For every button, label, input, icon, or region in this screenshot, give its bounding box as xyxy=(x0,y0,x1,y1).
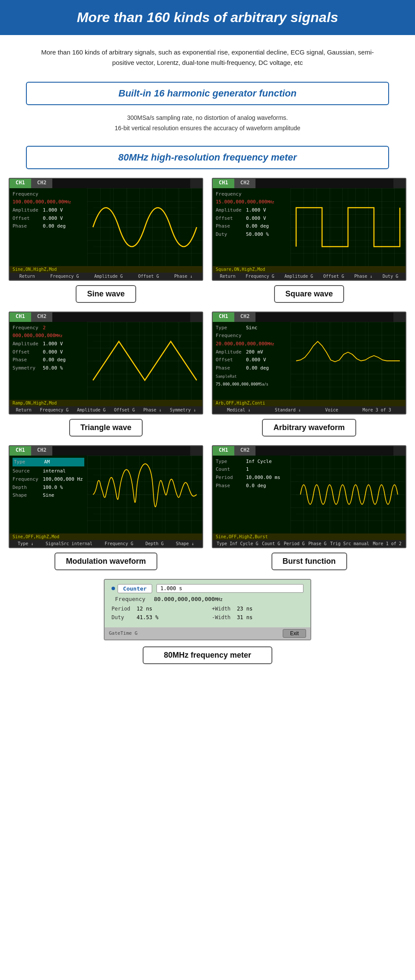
svg-rect-0 xyxy=(93,188,197,266)
burst-scope: CH1 CH2 TypeInf Cycle Count1 Period10,00… xyxy=(212,445,406,548)
sine-ch1-tab[interactable]: CH1 xyxy=(10,179,31,188)
counter-duty-label: Duty xyxy=(112,614,133,620)
burst-info: TypeInf Cycle Count1 Period10,000.00 ms … xyxy=(213,456,290,533)
counter-freq-val: 80.000,000,000,000MHz xyxy=(154,596,223,602)
sine-scope: CH1 CH2 Frequency100.000,000,000,00MHz A… xyxy=(9,178,203,281)
burst-display xyxy=(290,456,405,533)
mod-ch1-tab[interactable]: CH1 xyxy=(10,446,31,456)
counter-period-val: 12 ns xyxy=(137,606,152,612)
arb-menu: Medical ↓Standard ↓VoiceMore 3 of 3 xyxy=(213,406,405,414)
triangle-scope: CH1 CH2 Frequency2 000,000,000,000MHz Am… xyxy=(9,312,203,414)
triangle-menu: ReturnFrequency GAmplitude GOffset GPhas… xyxy=(10,406,202,414)
mod-extra-tab xyxy=(190,446,202,456)
counter-pair-1: Period 12 ns +Width 23 ns xyxy=(112,606,303,612)
arb-info: TypeSinc Frequency20.000,000,000,000MHz … xyxy=(213,322,290,400)
triangle-status: Ramp,ON,HighZ,Mod xyxy=(10,400,202,406)
mod-ch2-tab[interactable]: CH2 xyxy=(31,446,53,456)
arb-wave-label: Arbitrary waveform xyxy=(262,419,356,437)
counter-bottom-label: 80MHz frequency meter xyxy=(143,646,272,664)
sine-extra-tab xyxy=(190,179,202,188)
counter-plus-width-val: 23 ns xyxy=(237,606,252,612)
svg-rect-27 xyxy=(296,322,400,400)
counter-plus-width-label: +Width xyxy=(212,606,233,612)
counter-exit-button[interactable]: Exit xyxy=(283,629,306,638)
burst-wave-item: CH1 CH2 TypeInf Cycle Count1 Period10,00… xyxy=(212,445,406,570)
burst-menu: Type Inf Cycle GCount GPeriod GPhase GTr… xyxy=(213,540,405,547)
counter-footer: GateTime G Exit xyxy=(105,627,310,639)
square-status: Square,ON,HighZ,Mod xyxy=(213,266,405,273)
triangle-wave-label: Triangle wave xyxy=(69,419,143,437)
svg-rect-36 xyxy=(93,456,197,533)
triangle-extra-tab xyxy=(190,312,202,322)
counter-label-box[interactable]: Counter xyxy=(118,584,152,593)
square-info: Frequency15.000,000,000,000MHz Amplitude… xyxy=(213,188,290,266)
header: More than 160 kinds of arbitrary signals xyxy=(0,0,415,35)
feature-box-1: Built-in 16 harmonic generator function xyxy=(26,82,389,105)
sine-ch2-tab[interactable]: CH2 xyxy=(31,179,53,188)
feature-1-subtext: 300MSa/s sampling rate, no distortion of… xyxy=(0,109,415,140)
triangle-wave-item: CH1 CH2 Frequency2 000,000,000,000MHz Am… xyxy=(9,312,203,437)
triangle-ch2-tab[interactable]: CH2 xyxy=(31,312,53,322)
sine-status: Sine,ON,HighZ,Mod xyxy=(10,266,202,273)
square-scope: CH1 CH2 Frequency15.000,000,000,000MHz A… xyxy=(212,178,406,281)
mod-info: TypeAM Sourceinternal Frequency100,000,0… xyxy=(10,456,87,533)
triangle-ch1-tab[interactable]: CH1 xyxy=(10,312,31,322)
arb-ch1-tab[interactable]: CH1 xyxy=(213,312,234,322)
triangle-display xyxy=(87,322,202,400)
triangle-info: Frequency2 000,000,000,000MHz Amplitude1… xyxy=(10,322,87,400)
sine-menu: ReturnFrequency GAmplitude GOffset GPhas… xyxy=(10,273,202,280)
sine-wave-item: CH1 CH2 Frequency100.000,000,000,00MHz A… xyxy=(9,178,203,303)
svg-rect-9 xyxy=(296,188,400,266)
counter-input[interactable]: 1.000 s xyxy=(156,584,303,593)
burst-ch2-tab[interactable]: CH2 xyxy=(234,446,256,456)
sine-info: Frequency100.000,000,000,00MHz Amplitude… xyxy=(10,188,87,266)
mod-wave-label: Modulation waveform xyxy=(54,553,157,570)
sine-wave-label: Sine wave xyxy=(76,285,136,303)
svg-rect-45 xyxy=(296,456,400,533)
modulation-wave-item: CH1 CH2 TypeAM Sourceinternal Frequency1… xyxy=(9,445,203,570)
square-ch1-tab[interactable]: CH1 xyxy=(213,179,234,188)
intro-text: More than 160 kinds of arbitrary signals… xyxy=(0,35,415,76)
counter-period-label: Period xyxy=(112,606,133,612)
feature-1-label: Built-in 16 harmonic generator function xyxy=(118,88,297,99)
sine-display xyxy=(87,188,202,266)
counter-pair-2: Duty 41.53 % -Width 31 ns xyxy=(112,614,303,620)
burst-status: Sine,OFF,HighZ,Burst xyxy=(213,533,405,540)
arb-status: Arb,OFF,HighZ,Conti xyxy=(213,400,405,406)
wave-grid: CH1 CH2 Frequency100.000,000,000,00MHz A… xyxy=(0,174,415,575)
counter-section: Counter 1.000 s Frequency 80.000,000,000… xyxy=(0,575,415,673)
burst-wave-label: Burst function xyxy=(271,553,347,570)
counter-minus-width-label: -Width xyxy=(212,614,233,620)
mod-display xyxy=(87,456,202,533)
square-wave-label: Square wave xyxy=(274,285,344,303)
arb-extra-tab xyxy=(393,312,405,322)
square-menu: ReturnFrequency GAmplitude GOffset GPhas… xyxy=(213,273,405,280)
counter-screen: Counter 1.000 s Frequency 80.000,000,000… xyxy=(104,579,311,640)
mod-menu: Type ↓SignalSrc internalFrequency GDepth… xyxy=(10,540,202,547)
arbitrary-scope: CH1 CH2 TypeSinc Frequency20.000,000,000… xyxy=(212,312,406,414)
arb-display xyxy=(290,322,405,400)
counter-freq-label: Frequency xyxy=(115,596,154,602)
page-title: More than 160 kinds of arbitrary signals xyxy=(13,10,402,26)
square-wave-item: CH1 CH2 Frequency15.000,000,000,000MHz A… xyxy=(212,178,406,303)
counter-freq-row: Frequency 80.000,000,000,000MHz xyxy=(112,596,303,602)
square-display xyxy=(290,188,405,266)
counter-minus-width-val: 31 ns xyxy=(237,614,252,620)
counter-duty-val: 41.53 % xyxy=(137,614,159,620)
feature-box-2: 80MHz high-resolution frequency meter xyxy=(26,146,389,169)
feature-2-label: 80MHz high-resolution frequency meter xyxy=(118,152,297,163)
burst-extra-tab xyxy=(393,446,405,456)
counter-body: Counter 1.000 s Frequency 80.000,000,000… xyxy=(105,580,310,627)
counter-dot xyxy=(112,587,115,590)
counter-top-row: Counter 1.000 s xyxy=(112,584,303,593)
square-ch2-tab[interactable]: CH2 xyxy=(234,179,256,188)
svg-rect-18 xyxy=(93,322,197,400)
modulation-scope: CH1 CH2 TypeAM Sourceinternal Frequency1… xyxy=(9,445,203,548)
counter-gate-label: GateTime G xyxy=(109,630,137,636)
arbitrary-wave-item: CH1 CH2 TypeSinc Frequency20.000,000,000… xyxy=(212,312,406,437)
square-extra-tab xyxy=(393,179,405,188)
burst-ch1-tab[interactable]: CH1 xyxy=(213,446,234,456)
arb-ch2-tab[interactable]: CH2 xyxy=(234,312,256,322)
mod-status: Sine,OFF,HighZ,Mod xyxy=(10,533,202,540)
